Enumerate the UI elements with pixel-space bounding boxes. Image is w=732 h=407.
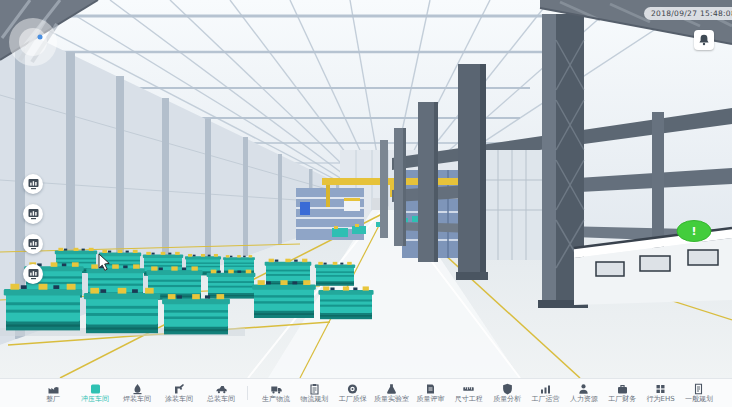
dashboard-panel-icon	[28, 209, 39, 220]
dashboard-panel-icon	[28, 179, 39, 190]
factory-3d-scene[interactable]: !	[0, 0, 732, 378]
workshop-nav-group: 整厂 冲压车间 焊装车间 涂装车间	[32, 383, 242, 404]
nav-item-production-logistics[interactable]: 生产物流	[259, 383, 293, 404]
painting-shop-icon	[173, 383, 186, 395]
module-nav-group: 生产物流 物流规划 工厂质保	[253, 383, 732, 404]
nav-item-general-planning[interactable]: 一般规划	[682, 383, 716, 404]
digital-twin-app: ! 2018/09/27 15:48:08	[0, 0, 732, 407]
datetime-display: 2018/09/27 15:48:08	[644, 7, 732, 20]
person-icon	[577, 383, 590, 395]
nav-label: 质量实验室	[374, 396, 409, 404]
lamp-glare	[9, 18, 57, 66]
nav-label: 整厂	[46, 396, 60, 404]
truck-icon	[270, 383, 283, 395]
side-panel-button-3[interactable]	[23, 234, 43, 254]
nav-item-assembly-shop[interactable]: 总装车间	[200, 383, 242, 404]
nav-item-stamping-shop[interactable]: 冲压车间	[74, 383, 116, 404]
nav-item-logistics-planning[interactable]: 物流规划	[297, 383, 331, 404]
nav-label: 物流规划	[300, 396, 328, 404]
bottom-toolbar: 整厂 冲压车间 焊装车间 涂装车间	[0, 378, 732, 407]
stamping-shop-icon	[89, 383, 102, 395]
side-panel-button-1[interactable]	[23, 174, 43, 194]
clipboard-icon	[308, 383, 321, 395]
svg-text:!: !	[691, 225, 696, 238]
lens-icon	[346, 383, 359, 395]
nav-item-behavior-ehs[interactable]: 行为EHS	[644, 383, 678, 404]
side-panel-button-4[interactable]	[23, 264, 43, 284]
nav-label: 质量评审	[416, 396, 444, 404]
grid-icon	[654, 383, 667, 395]
nav-item-plant-overview[interactable]: 整厂	[32, 383, 74, 404]
nav-label: 人力资源	[570, 396, 598, 404]
nav-label: 工厂质保	[339, 396, 367, 404]
plant-overview-icon	[47, 383, 60, 395]
nav-label: 冲压车间	[81, 396, 109, 404]
dashboard-panel-icon	[28, 239, 39, 250]
nav-label: 行为EHS	[647, 396, 675, 404]
counter-wall	[574, 228, 732, 305]
nav-label: 焊装车间	[123, 396, 151, 404]
nav-item-human-resources[interactable]: 人力资源	[567, 383, 601, 404]
toolbar-divider	[247, 386, 248, 400]
flask-icon	[385, 383, 398, 395]
ruler-icon	[462, 383, 475, 395]
nav-item-quality-lab[interactable]: 质量实验室	[374, 383, 409, 404]
agv-vehicle	[344, 201, 360, 211]
plan-icon	[692, 383, 705, 395]
nav-label: 质量分析	[493, 396, 521, 404]
nav-item-quality-review[interactable]: 质量评审	[413, 383, 447, 404]
nav-label: 总装车间	[207, 396, 235, 404]
briefcase-icon	[616, 383, 629, 395]
nav-item-factory-operations[interactable]: 工厂运营	[529, 383, 563, 404]
nav-label: 生产物流	[262, 396, 290, 404]
welding-shop-icon	[131, 383, 144, 395]
assembly-shop-icon	[215, 383, 228, 395]
blue-sign	[300, 202, 310, 215]
factory-chart-icon	[539, 383, 552, 395]
shield-icon	[501, 383, 514, 395]
dashboard-panel-icon	[28, 269, 39, 280]
bell-icon	[698, 34, 710, 46]
nav-item-quality-analysis[interactable]: 质量分析	[490, 383, 524, 404]
notification-button[interactable]	[694, 30, 714, 50]
nav-item-welding-shop[interactable]: 焊装车间	[116, 383, 158, 404]
alert-marker[interactable]: !	[677, 221, 711, 242]
nav-item-factory-qa[interactable]: 工厂质保	[336, 383, 370, 404]
nav-item-factory-finance[interactable]: 工厂财务	[605, 383, 639, 404]
document-icon	[424, 383, 437, 395]
nav-item-painting-shop[interactable]: 涂装车间	[158, 383, 200, 404]
nav-label: 工厂运营	[532, 396, 560, 404]
side-panel-button-2[interactable]	[23, 204, 43, 224]
nav-item-dimensional-engineering[interactable]: 尺寸工程	[452, 383, 486, 404]
nav-label: 工厂财务	[608, 396, 636, 404]
nav-label: 尺寸工程	[455, 396, 483, 404]
nav-label: 一般规划	[685, 396, 713, 404]
nav-label: 涂装车间	[165, 396, 193, 404]
